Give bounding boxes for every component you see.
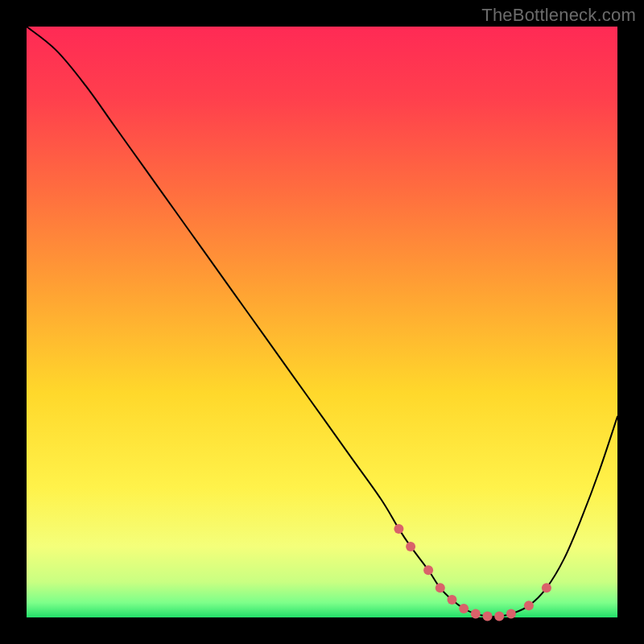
- chart-container: { "watermark": "TheBottleneck.com", "cha…: [0, 0, 644, 644]
- optimal-marker: [483, 612, 493, 621]
- optimal-marker: [506, 609, 516, 619]
- optimal-marker: [436, 583, 445, 592]
- optimal-marker: [471, 609, 481, 619]
- optimal-marker: [423, 565, 433, 575]
- optimal-marker: [447, 595, 456, 605]
- optimal-marker: [406, 542, 415, 551]
- optimal-marker: [542, 583, 551, 592]
- optimal-marker: [494, 612, 504, 621]
- watermark-text: TheBottleneck.com: [481, 5, 636, 26]
- optimal-marker: [394, 524, 403, 534]
- bottleneck-chart: [0, 0, 644, 644]
- plot-background: [27, 27, 617, 617]
- optimal-marker: [524, 601, 534, 610]
- optimal-marker: [459, 604, 469, 613]
